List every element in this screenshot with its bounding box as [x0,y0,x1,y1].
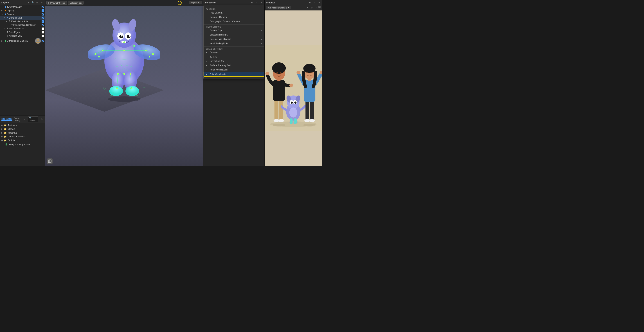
svg-point-50 [126,86,139,96]
menu-free-camera[interactable]: ✓ Free Camera [204,11,264,15]
menu-head-binding[interactable]: Head Binding Links ▶ [204,41,264,46]
folder-icon-materials: 📁 [4,132,7,134]
menu-joint-viz[interactable]: ✓ Joint Visualization [204,72,264,77]
search-objects-btn[interactable]: 🔍 [31,1,35,4]
check-free-camera: ✓ [206,12,208,14]
check-abstract-gear[interactable] [42,35,44,37]
check-surface-tracking: ✓ [206,64,208,67]
inspector-icon-2[interactable]: ↺ [255,1,258,4]
preview-icon-refresh[interactable]: ↺ [313,1,316,4]
tree-item-abstract-gear[interactable]: Abstract Gear [0,34,45,38]
svg-rect-89 [274,99,278,121]
tree-item-ortho-camera[interactable]: ▶ Orthographic Camera [0,38,45,44]
preview-title: Preview [266,1,307,4]
check-camera[interactable] [42,13,44,16]
check-stick-figure[interactable] [42,31,44,34]
check-ortho-camera[interactable] [42,40,44,42]
tree-item-manip-container[interactable]: Manipulation Container [0,23,45,27]
menu-selection-highlight[interactable]: Selection Highlight ▶ [204,33,264,37]
check-manip-container[interactable] [42,24,44,26]
svg-point-100 [280,72,282,74]
resource-textures[interactable]: ▶ 📁 Textures [0,123,45,127]
view-2d-scene-btn[interactable]: View 2D Scene [46,1,67,5]
resources-title[interactable]: Resources [2,118,12,121]
check-manip-axis[interactable] [42,20,44,23]
menu-navigation-box[interactable]: ✓ Navigation Box [204,59,264,63]
layers-arrow-icon: ▼ [198,2,200,4]
svg-point-123 [303,64,316,73]
tree-item-tweenmanager[interactable]: TweenManager [0,5,45,9]
preview-window-btn[interactable]: □ [318,6,320,8]
svg-point-64 [123,73,125,75]
svg-rect-22 [48,2,50,4]
preview-header-icons: ⊞ ↺ ⋯ [308,1,320,4]
arrow-selection-highlight: ▶ [260,34,262,36]
preview-icon-more[interactable]: ⋯ [317,1,320,4]
check-tweenmanager[interactable] [42,6,44,8]
check-counters: ✓ [206,51,208,54]
svg-point-41 [119,35,123,38]
scene-settings-label: Scene Settings [204,47,264,50]
menu-counters[interactable]: ✓ Counters [204,50,264,55]
eye-icon[interactable]: 👁 [36,1,39,4]
resource-models[interactable]: ▶ 📁 Models [0,127,45,131]
inspector-icon-1[interactable]: ⊞ [250,1,254,4]
camera-circle-indicator[interactable] [178,1,182,5]
resource-materials[interactable]: ▶ 📁 Materials [0,131,45,135]
tree-item-manip-axis[interactable]: ▼ Manipulation Axis [0,20,45,23]
svg-point-15 [36,42,40,43]
tree-item-dancing-mark[interactable]: ▼ Dancing Mark [0,16,45,20]
objects-header: Objects + 🔍 👁 ⚙ [0,0,45,5]
label-models: Models [8,128,15,130]
folder-icon-scripts: 📁 [4,139,7,142]
folder-icon-textures: 📁 [4,124,7,126]
label-scripts: Scripts [8,139,15,142]
file-icon-body-tracking [5,143,8,146]
resource-default-textures[interactable]: ▶ 📁 Default Textures [0,135,45,138]
svg-point-60 [102,50,104,51]
menu-camera-camera[interactable]: Camera : Camera [204,15,264,19]
svg-point-82 [108,96,140,102]
menu-head-viz[interactable]: ✓ Head Visualization [204,68,264,72]
svg-point-81 [103,87,106,89]
arrow-two-spacesuit: ▶ [4,28,6,30]
check-dancing-mark[interactable] [42,17,44,19]
icon-ortho-camera [4,40,7,42]
scene-corner-icon[interactable] [47,158,52,164]
svg-point-117 [309,119,315,122]
check-two-spacesuit[interactable] [42,27,44,30]
layers-btn[interactable]: Layers ▼ [189,1,202,4]
selection-set-btn[interactable]: Selection Set [68,1,84,5]
check-joint-viz: ✓ [206,73,208,76]
inspector-icon-3[interactable]: ⋯ [259,1,262,4]
menu-ortho-camera[interactable]: Orthographic Camera : Camera [204,19,264,24]
preview-maximize-icon[interactable]: ⤢ [306,6,309,10]
arrow-default-textures: ▶ [2,135,3,137]
menu-surface-tracking[interactable]: ✓ Surface Tracking Grid [204,63,264,68]
menu-camera-clip[interactable]: Camera Clip ▶ [204,28,264,33]
resource-body-tracking[interactable]: Body Tracking Asset [0,142,45,146]
svg-rect-83 [48,160,51,162]
scene-config-tab[interactable]: Scene Config [14,117,22,121]
preview-reload-icon[interactable]: ⟳ [310,6,313,10]
tree-item-lighting[interactable]: ▶ Lighting [0,9,45,13]
preview-icon-grid[interactable]: ⊞ [308,1,312,4]
menu-3d-grid[interactable]: ✓ 3D Grid [204,55,264,59]
filter-resources-icon[interactable]: ⚙ [40,117,44,121]
tree-item-camera[interactable]: ▼ Camera [0,13,45,16]
add-object-btn[interactable]: + [27,1,30,4]
left-panel: Objects + 🔍 👁 ⚙ TweenManager ▶ Lighting [0,0,45,166]
svg-rect-115 [310,100,314,121]
svg-point-61 [145,50,147,51]
check-lighting[interactable] [42,9,44,12]
tree-item-two-spacesuit[interactable]: ▶ Two Spacesuits [0,27,45,31]
menu-occluder-viz[interactable]: Occluder Visualization ▶ [204,37,264,41]
filter-icon[interactable]: ⚙ [40,1,44,4]
tree-item-stick-figure[interactable]: Stick Figure [0,31,45,34]
resources-search[interactable]: 🔍 Search... [28,116,38,122]
svg-point-49 [109,86,123,96]
preview-more-icon[interactable]: ⋯ [314,6,318,10]
preview-dropdown[interactable]: Two People Dancing 1 ▼ [266,6,291,9]
add-resource-btn[interactable]: + [23,117,26,121]
resource-scripts[interactable]: ▶ 📁 Scripts [0,138,45,142]
